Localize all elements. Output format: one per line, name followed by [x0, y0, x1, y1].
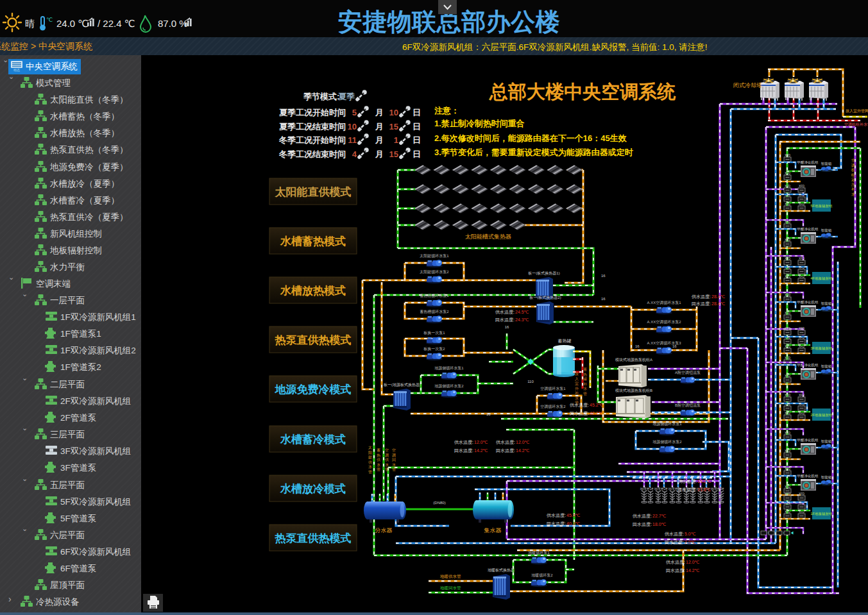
svg-text:智能箱: 智能箱 [821, 228, 832, 233]
svg-text:A附空调恒温泵: A附空调恒温泵 [675, 370, 701, 375]
svg-text:14.2℃: 14.2℃ [686, 568, 700, 573]
svg-text:供水温度:: 供水温度: [677, 479, 697, 484]
svg-text:5F地板辐射组: 5F地板辐射组 [811, 204, 833, 208]
svg-text:地埋井6#: 地埋井6# [710, 487, 724, 491]
svg-text:注意：: 注意： [434, 106, 459, 115]
svg-text:热泵直供热模式: 热泵直供热模式 [275, 334, 352, 346]
svg-text:地埋井1#: 地埋井1# [640, 487, 654, 491]
svg-text:地暖供水管: 地暖供水管 [440, 574, 461, 579]
svg-text:24.3℃: 24.3℃ [515, 317, 529, 322]
svg-text:12.0℃: 12.0℃ [474, 440, 488, 444]
svg-text:智能箱: 智能箱 [821, 301, 832, 306]
svg-text:能: 能 [368, 455, 372, 460]
svg-text:供水温度:: 供水温度: [495, 310, 515, 315]
svg-text:28.4℃: 28.4℃ [711, 294, 726, 299]
svg-text:甲醛净化机组: 甲醛净化机组 [797, 227, 819, 232]
svg-text:供水温度:: 供水温度: [547, 513, 566, 518]
svg-text:季节模式:: 季节模式: [303, 92, 339, 101]
svg-text:地暖板式换热器: 地暖板式换热器 [488, 568, 515, 573]
svg-text:月: 月 [375, 135, 384, 145]
svg-text:5: 5 [352, 108, 357, 117]
svg-text:空: 空 [392, 448, 396, 452]
svg-text:16: 16 [601, 274, 606, 278]
svg-text:24.5℃: 24.5℃ [515, 310, 529, 314]
svg-text:15: 15 [389, 122, 398, 131]
svg-text:45.2℃: 45.2℃ [590, 403, 604, 407]
svg-text:水槽放冷模式: 水槽放冷模式 [280, 483, 346, 495]
svg-text:28.4℃: 28.4℃ [711, 301, 726, 306]
svg-text:管: 管 [377, 467, 380, 472]
svg-text:管: 管 [392, 467, 396, 472]
svg-text:定: 定 [851, 177, 855, 182]
svg-text:蓄: 蓄 [583, 367, 587, 371]
svg-text:压: 压 [851, 182, 855, 187]
svg-text:16: 16 [635, 344, 640, 348]
svg-text:XFD: XFD [785, 493, 791, 496]
svg-text:接入室外管网: 接入室外管网 [846, 108, 868, 114]
svg-text:XFD: XFD [785, 154, 791, 157]
svg-text:水: 水 [377, 463, 380, 467]
svg-text:板换一次泵1: 板换一次泵1 [423, 330, 445, 335]
svg-text:7.0℃: 7.0℃ [685, 540, 696, 544]
svg-text:补: 补 [851, 187, 855, 191]
svg-text:太: 太 [368, 446, 372, 450]
svg-text:地源侧循环水泵2: 地源侧循环水泵2 [652, 439, 682, 444]
svg-text:空调循环水泵2: 空调循环水泵2 [540, 404, 566, 409]
svg-text:12.0℃: 12.0℃ [516, 440, 530, 444]
svg-text:12.0℃: 12.0℃ [686, 560, 700, 564]
svg-text:10: 10 [389, 108, 398, 117]
svg-text:蓄热罐: 蓄热罐 [558, 339, 572, 343]
svg-text:热: 热 [377, 453, 380, 458]
svg-text:22.7℃: 22.7℃ [652, 514, 667, 518]
svg-text:管: 管 [368, 469, 372, 475]
svg-text:4F地板辐射组: 4F地板辐射组 [811, 276, 833, 281]
svg-text:1.禁止制冷制热时间重合: 1.禁止制冷制热时间重合 [434, 119, 525, 128]
svg-text:回水温度:: 回水温度: [570, 411, 589, 416]
svg-text:回水温度:: 回水温度: [454, 448, 473, 453]
svg-text:10: 10 [348, 122, 357, 131]
svg-text:供水温度:: 供水温度: [570, 403, 589, 408]
svg-text:供水温度:: 供水温度: [665, 532, 684, 537]
svg-text:XFD: XFD [799, 327, 805, 330]
svg-text:冬季工况结束时间: 冬季工况结束时间 [278, 149, 346, 159]
svg-text:智能箱: 智能箱 [821, 439, 832, 444]
svg-text:110: 110 [527, 380, 534, 383]
svg-text:热: 热 [583, 373, 587, 377]
svg-text:日: 日 [413, 108, 421, 117]
svg-text:智能箱: 智能箱 [821, 475, 832, 480]
svg-text:入: 入 [575, 377, 579, 381]
svg-text:太阳能槽式集热器: 太阳能槽式集热器 [465, 233, 511, 240]
svg-text:热泵直供热模式: 热泵直供热模式 [275, 532, 352, 544]
svg-text:3.季节变化后，需要重新设定模式为能源路由器或定时: 3.季节变化后，需要重新设定模式为能源路由器或定时 [434, 147, 634, 157]
svg-text:太阳能循环水泵2: 太阳能循环水泵2 [420, 270, 449, 274]
svg-text:19.2℃: 19.2℃ [697, 479, 711, 484]
svg-text:冬季工况开始时间: 冬季工况开始时间 [278, 135, 346, 145]
svg-text:15: 15 [389, 149, 398, 159]
svg-text:总部大楼中央空调系统: 总部大楼中央空调系统 [488, 81, 676, 102]
svg-text:蓄热槽循环水泵1: 蓄热槽循环水泵1 [420, 294, 449, 298]
svg-text:3F地板辐射组: 3F地板辐射组 [811, 346, 833, 351]
svg-text:XFD: XFD [785, 468, 791, 471]
svg-text:蓄热槽循环水泵2: 蓄热槽循环水泵2 [420, 310, 449, 314]
svg-text:甲醛净化机组: 甲醛净化机组 [797, 438, 819, 442]
svg-text:分水器: 分水器 [375, 527, 393, 534]
svg-text:地源侧循环水泵1: 地源侧循环水泵1 [652, 421, 682, 426]
svg-text:空调循环水泵1: 空调循环水泵1 [540, 386, 566, 391]
svg-text:回水温度:: 回水温度: [547, 521, 566, 527]
svg-text:水槽蓄冷模式: 水槽蓄冷模式 [280, 434, 346, 446]
svg-text:空: 空 [851, 158, 855, 162]
svg-text:夏季: 夏季 [338, 92, 355, 101]
svg-text:室: 室 [575, 381, 579, 385]
svg-text:地暖回水管: 地暖回水管 [440, 586, 461, 591]
svg-text:调: 调 [391, 453, 396, 458]
svg-text:1F地板辐射组: 1F地板辐射组 [811, 512, 833, 516]
svg-text:2.每次修改时间后，能源路由器在下一个16：45生效: 2.每次修改时间后，能源路由器在下一个16：45生效 [434, 133, 627, 143]
svg-text:日: 日 [413, 135, 421, 145]
svg-text:地暖循环泵2: 地暖循环泵2 [531, 573, 553, 578]
svg-text:4: 4 [352, 149, 357, 159]
svg-text:罐: 罐 [583, 377, 587, 381]
svg-text:机: 机 [851, 168, 855, 172]
svg-text:板一(板式换热器1): 板一(板式换热器1) [527, 271, 559, 276]
svg-text:1: 1 [394, 135, 398, 145]
svg-text:外: 外 [575, 386, 579, 391]
